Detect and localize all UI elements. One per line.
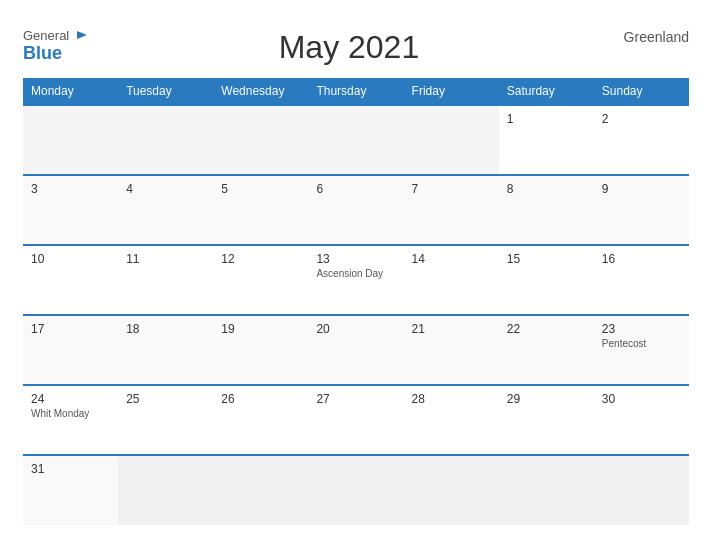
month-title: May 2021	[89, 29, 609, 66]
day-number: 18	[126, 322, 205, 336]
logo-flag-icon	[75, 29, 89, 43]
calendar-row: 31	[23, 455, 689, 525]
calendar-cell: 26	[213, 385, 308, 455]
day-number: 7	[412, 182, 491, 196]
calendar-cell	[404, 105, 499, 175]
day-number: 14	[412, 252, 491, 266]
calendar-cell: 6	[308, 175, 403, 245]
calendar-cell: 18	[118, 315, 213, 385]
calendar-row: 12	[23, 105, 689, 175]
day-number: 9	[602, 182, 681, 196]
calendar-cell: 16	[594, 245, 689, 315]
weekday-header-row: Monday Tuesday Wednesday Thursday Friday…	[23, 78, 689, 105]
header-tuesday: Tuesday	[118, 78, 213, 105]
calendar-table: Monday Tuesday Wednesday Thursday Friday…	[23, 78, 689, 525]
calendar-cell: 13Ascension Day	[308, 245, 403, 315]
calendar-cell: 4	[118, 175, 213, 245]
calendar-cell: 15	[499, 245, 594, 315]
header-wednesday: Wednesday	[213, 78, 308, 105]
day-number: 22	[507, 322, 586, 336]
day-number: 3	[31, 182, 110, 196]
calendar-cell: 19	[213, 315, 308, 385]
day-number: 13	[316, 252, 395, 266]
calendar-cell	[308, 105, 403, 175]
svg-marker-0	[77, 31, 87, 39]
day-event: Ascension Day	[316, 268, 395, 279]
calendar-cell: 3	[23, 175, 118, 245]
day-number: 4	[126, 182, 205, 196]
calendar-cell	[499, 455, 594, 525]
header-monday: Monday	[23, 78, 118, 105]
calendar-cell: 23Pentecost	[594, 315, 689, 385]
day-number: 19	[221, 322, 300, 336]
day-number: 21	[412, 322, 491, 336]
calendar-cell: 7	[404, 175, 499, 245]
calendar-cell: 10	[23, 245, 118, 315]
calendar-cell: 20	[308, 315, 403, 385]
calendar-cell: 30	[594, 385, 689, 455]
day-number: 26	[221, 392, 300, 406]
logo: General Blue	[23, 29, 89, 62]
calendar-row: 3456789	[23, 175, 689, 245]
day-number: 28	[412, 392, 491, 406]
day-event: Pentecost	[602, 338, 681, 349]
day-event: Whit Monday	[31, 408, 110, 419]
calendar-cell: 28	[404, 385, 499, 455]
day-number: 29	[507, 392, 586, 406]
calendar-cell: 9	[594, 175, 689, 245]
logo-general-text: General	[23, 29, 89, 44]
calendar-wrapper: General Blue May 2021 Greenland Monday T…	[11, 13, 701, 537]
calendar-cell: 17	[23, 315, 118, 385]
calendar-row: 10111213Ascension Day141516	[23, 245, 689, 315]
day-number: 25	[126, 392, 205, 406]
calendar-cell: 29	[499, 385, 594, 455]
day-number: 2	[602, 112, 681, 126]
calendar-cell: 14	[404, 245, 499, 315]
day-number: 8	[507, 182, 586, 196]
calendar-cell: 1	[499, 105, 594, 175]
day-number: 1	[507, 112, 586, 126]
calendar-cell: 31	[23, 455, 118, 525]
calendar-cell: 25	[118, 385, 213, 455]
calendar-cell	[213, 455, 308, 525]
calendar-cell: 22	[499, 315, 594, 385]
header-saturday: Saturday	[499, 78, 594, 105]
calendar-cell: 2	[594, 105, 689, 175]
calendar-cell: 21	[404, 315, 499, 385]
logo-blue-text: Blue	[23, 44, 62, 62]
day-number: 27	[316, 392, 395, 406]
calendar-header: General Blue May 2021 Greenland	[23, 29, 689, 66]
calendar-cell	[213, 105, 308, 175]
calendar-cell: 8	[499, 175, 594, 245]
day-number: 5	[221, 182, 300, 196]
day-number: 16	[602, 252, 681, 266]
calendar-cell	[118, 105, 213, 175]
calendar-cell: 12	[213, 245, 308, 315]
day-number: 23	[602, 322, 681, 336]
day-number: 11	[126, 252, 205, 266]
calendar-cell: 27	[308, 385, 403, 455]
header-sunday: Sunday	[594, 78, 689, 105]
calendar-cell: 5	[213, 175, 308, 245]
day-number: 30	[602, 392, 681, 406]
header-friday: Friday	[404, 78, 499, 105]
calendar-row: 17181920212223Pentecost	[23, 315, 689, 385]
day-number: 6	[316, 182, 395, 196]
calendar-cell	[594, 455, 689, 525]
calendar-cell	[23, 105, 118, 175]
day-number: 17	[31, 322, 110, 336]
calendar-cell	[404, 455, 499, 525]
day-number: 20	[316, 322, 395, 336]
region-label: Greenland	[609, 29, 689, 45]
calendar-cell: 11	[118, 245, 213, 315]
calendar-cell	[308, 455, 403, 525]
day-number: 10	[31, 252, 110, 266]
day-number: 12	[221, 252, 300, 266]
day-number: 31	[31, 462, 110, 476]
calendar-row: 24Whit Monday252627282930	[23, 385, 689, 455]
day-number: 15	[507, 252, 586, 266]
day-number: 24	[31, 392, 110, 406]
calendar-cell: 24Whit Monday	[23, 385, 118, 455]
header-thursday: Thursday	[308, 78, 403, 105]
calendar-cell	[118, 455, 213, 525]
